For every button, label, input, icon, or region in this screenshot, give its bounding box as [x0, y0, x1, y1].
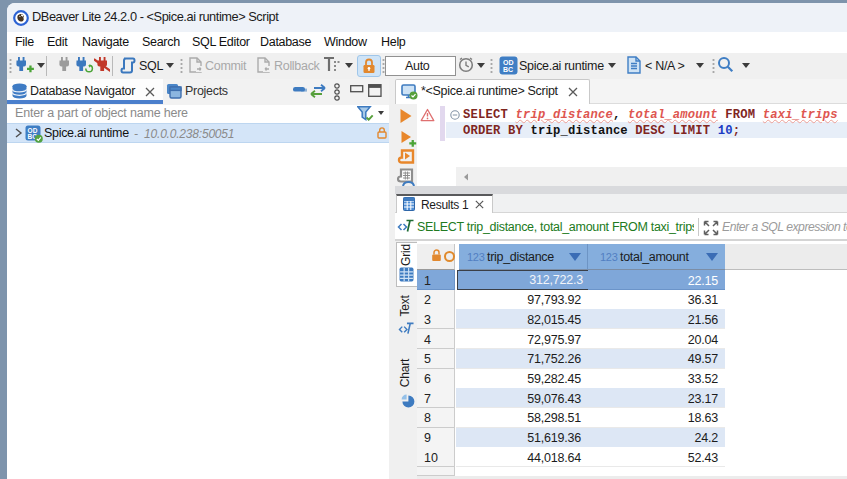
svg-text:BC: BC — [503, 66, 513, 73]
svg-text:OD: OD — [503, 59, 514, 66]
